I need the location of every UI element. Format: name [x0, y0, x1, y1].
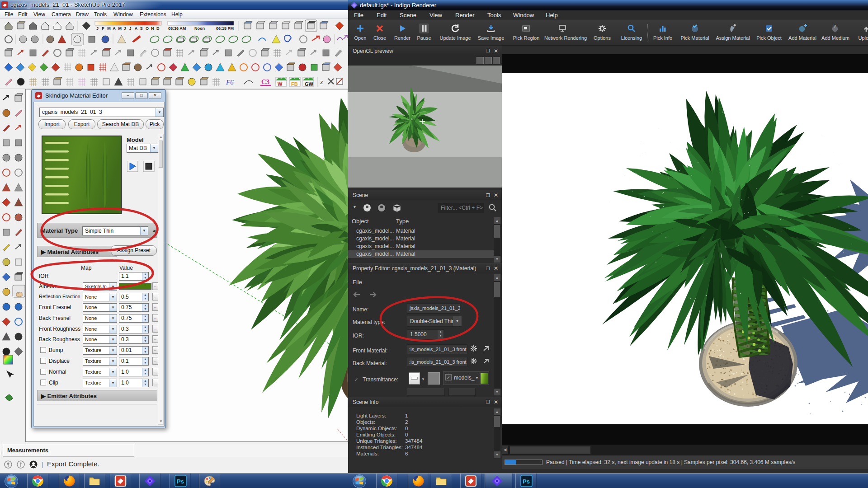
svg-text:F: F — [102, 26, 104, 31]
svg-text:Ps: Ps — [523, 478, 530, 485]
svg-text:D: D — [156, 26, 160, 31]
svg-text:05:36 AM: 05:36 AM — [168, 26, 186, 31]
svg-text:C3: C3 — [261, 78, 269, 85]
svg-text:S: S — [140, 26, 143, 31]
svg-text:?: ? — [834, 24, 836, 28]
svg-text:W: W — [278, 81, 283, 87]
svg-text:M: M — [107, 26, 111, 31]
svg-text:M: M — [118, 26, 122, 31]
svg-text:J: J — [96, 26, 99, 31]
svg-text:z: z — [320, 79, 323, 85]
svg-text:FB: FB — [291, 81, 298, 87]
svg-text:N: N — [151, 26, 154, 31]
svg-text:O: O — [146, 26, 149, 31]
svg-text:F6: F6 — [226, 79, 234, 86]
svg-text:A: A — [113, 26, 116, 31]
svg-text:J: J — [124, 26, 126, 31]
svg-text:GW: GW — [305, 81, 314, 87]
svg-text:A: A — [135, 26, 138, 31]
svg-text:J: J — [129, 26, 132, 31]
svg-text:06:15 PM: 06:15 PM — [216, 26, 234, 31]
svg-text:Noon: Noon — [194, 26, 205, 31]
svg-text:Ps: Ps — [177, 478, 184, 485]
